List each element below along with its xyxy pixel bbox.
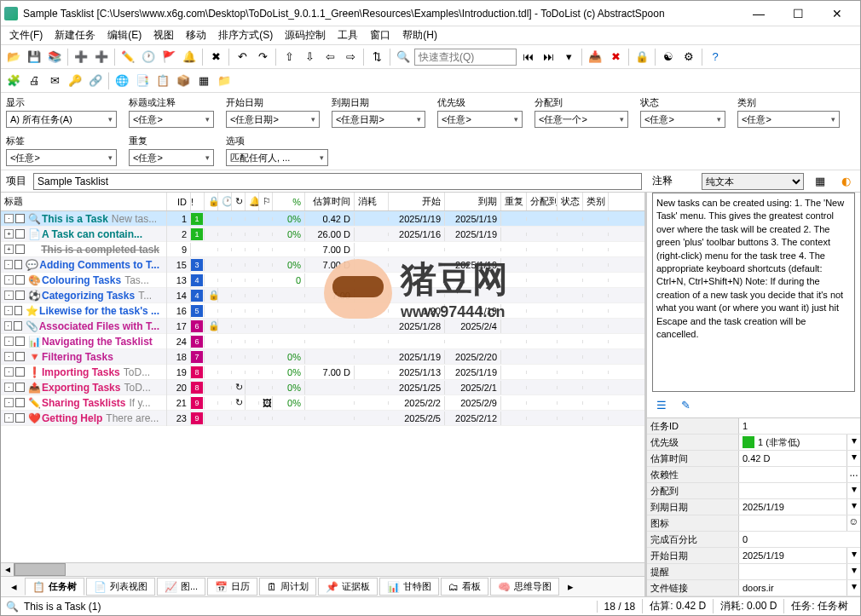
project-input[interactable] — [33, 173, 642, 190]
filter-category[interactable]: <任意> — [737, 111, 840, 128]
property-row[interactable]: 优先级 1 (非常低)▾ — [647, 435, 860, 451]
col-title[interactable]: 标题 — [1, 193, 167, 210]
checkbox[interactable] — [15, 367, 25, 377]
expand-icon[interactable]: · — [4, 383, 14, 392]
expand-icon[interactable]: · — [4, 352, 14, 361]
world-icon[interactable]: 🌐 — [113, 72, 131, 90]
prop-button[interactable]: ☺ — [847, 515, 860, 531]
checkbox[interactable] — [14, 260, 23, 269]
newsubtask-icon[interactable]: ➕ — [92, 48, 111, 66]
findprev-icon[interactable]: ⏮ — [518, 48, 537, 66]
menu-item[interactable]: 文件(F) — [4, 26, 48, 44]
dropdown-icon[interactable]: ▾ — [847, 499, 860, 515]
expand-icon[interactable]: · — [4, 260, 13, 269]
notes-btn1[interactable]: ▦ — [811, 172, 829, 191]
menu-item[interactable]: 源码控制 — [280, 26, 331, 44]
movedown-icon[interactable]: ⇩ — [300, 48, 319, 66]
prop-value[interactable]: 1 (非常低) — [739, 435, 847, 450]
key-icon[interactable]: 🔑 — [66, 72, 84, 90]
mail-icon[interactable]: ✉ — [45, 72, 64, 90]
property-row[interactable]: 图标☺ — [647, 515, 860, 532]
checkbox[interactable] — [14, 306, 23, 315]
checkbox[interactable] — [15, 337, 25, 346]
dropdown-icon[interactable]: ▾ — [847, 435, 860, 450]
open-icon[interactable]: 📂 — [4, 48, 23, 66]
task-row[interactable]: ·❗Importing TasksToD... 19 8 0%7.00 D 20… — [1, 365, 644, 380]
view-tab[interactable]: 📅日历 — [207, 578, 257, 596]
dropdown-icon[interactable]: ▾ — [847, 451, 860, 466]
docs-icon[interactable]: 📑 — [133, 72, 152, 90]
col-lock-icon[interactable]: 🔒 — [205, 193, 218, 210]
task-row[interactable]: ·⚽Categorizing TasksT... 14 4 🔒 7.00 — [1, 288, 644, 303]
checkbox[interactable] — [14, 321, 21, 331]
menu-item[interactable]: 移动 — [181, 26, 211, 44]
col-due[interactable]: 到期 — [445, 193, 501, 210]
expand-icon[interactable]: · — [4, 306, 13, 315]
expand-icon[interactable]: · — [4, 398, 14, 407]
prop-value[interactable]: 1 — [739, 418, 860, 434]
filter-display[interactable]: A) 所有任务(A) — [6, 111, 117, 128]
task-row[interactable]: +📄A Task can contain... 2 1 0%26.00 D 20… — [1, 227, 644, 242]
puzzle-icon[interactable]: 🧩 — [4, 72, 23, 90]
find-icon[interactable]: 🔍 — [394, 48, 413, 66]
property-row[interactable]: 文件链接doors.ir▾ — [647, 580, 860, 596]
filter-options[interactable]: 匹配任何人, ... — [226, 149, 328, 166]
copy-icon[interactable]: 📋 — [153, 72, 172, 90]
proptool-1[interactable]: ☰ — [652, 395, 671, 414]
box-icon[interactable]: 📦 — [174, 72, 193, 90]
dropdown-icon[interactable]: ▾ — [559, 48, 578, 66]
filter-tags[interactable]: <任意> — [6, 149, 117, 166]
undo-icon[interactable]: ↶ — [233, 48, 251, 66]
notes-btn2[interactable]: ◐ — [836, 172, 855, 191]
col-recur-icon[interactable]: ↻ — [232, 193, 246, 210]
property-row[interactable]: 估算时间0.42 D▾ — [647, 451, 860, 467]
expand-icon[interactable]: · — [4, 337, 14, 346]
link-icon[interactable]: 🔗 — [86, 72, 105, 90]
delete-icon[interactable]: ✖ — [206, 48, 225, 66]
view-tab[interactable]: 📊甘特图 — [379, 578, 439, 596]
edit-icon[interactable]: ✏️ — [118, 48, 137, 66]
prop-value[interactable] — [739, 483, 847, 498]
filter-startdate[interactable]: <任意日期> — [226, 111, 320, 128]
redo-icon[interactable]: ↷ — [253, 48, 272, 66]
hscrollbar[interactable]: ◂ — [1, 562, 644, 576]
property-row[interactable]: 依赖性... — [647, 467, 860, 483]
task-row[interactable]: ·❤️Getting HelpThere are... 23 9 2025/2/… — [1, 411, 644, 426]
col-start[interactable]: 开始 — [389, 193, 445, 210]
print-icon[interactable]: 🖨 — [25, 72, 43, 90]
dropdown-icon[interactable]: ▾ — [847, 548, 860, 563]
col-est[interactable]: 估算时间 — [305, 193, 355, 210]
moveleft-icon[interactable]: ⇦ — [321, 48, 339, 66]
prop-value[interactable]: 2025/1/19 — [739, 548, 847, 563]
menu-item[interactable]: 新建任务 — [49, 26, 101, 44]
prop-value[interactable]: doors.ir — [739, 580, 847, 596]
cancel-icon[interactable]: ✖ — [606, 48, 625, 66]
expand-icon[interactable]: + — [4, 245, 14, 254]
prop-value[interactable] — [739, 564, 847, 579]
menu-item[interactable]: 排序方式(S) — [213, 26, 278, 44]
checkbox[interactable] — [15, 352, 25, 361]
filter-title[interactable]: <任意> — [129, 111, 214, 128]
expand-icon[interactable]: · — [4, 275, 14, 285]
findnext-icon[interactable]: ⏭ — [539, 48, 558, 66]
col-alloc[interactable]: 分配到 — [527, 193, 558, 210]
col-id[interactable]: ID — [167, 193, 191, 210]
property-row[interactable]: 提醒▾ — [647, 564, 860, 580]
prop-value[interactable] — [739, 467, 847, 482]
property-row[interactable]: 完成百分比0 — [647, 532, 860, 548]
view-tab[interactable]: 📈图... — [157, 578, 205, 596]
property-row[interactable]: 到期日期2025/1/19▾ — [647, 499, 860, 515]
col-flag-icon[interactable]: ⚐ — [259, 193, 273, 210]
task-row[interactable]: ·📤Exporting TasksToD... 20 8 ↻ 0% 2025/1… — [1, 380, 644, 395]
menu-item[interactable]: 编辑(E) — [102, 26, 147, 44]
menu-item[interactable]: 工具 — [332, 26, 363, 44]
task-row[interactable]: ·📊Navigating the Tasklist 24 6 — [1, 334, 644, 349]
view-tab[interactable]: 📋任务树 — [25, 578, 84, 596]
checkbox[interactable] — [15, 383, 25, 392]
expand-icon[interactable]: · — [4, 214, 14, 223]
view-tab[interactable]: 🗂看板 — [441, 578, 488, 596]
checkbox[interactable] — [15, 275, 25, 285]
save-icon[interactable]: 💾 — [25, 48, 43, 66]
help-icon[interactable]: ? — [706, 48, 725, 66]
gear-icon[interactable]: ⚙ — [679, 48, 698, 66]
